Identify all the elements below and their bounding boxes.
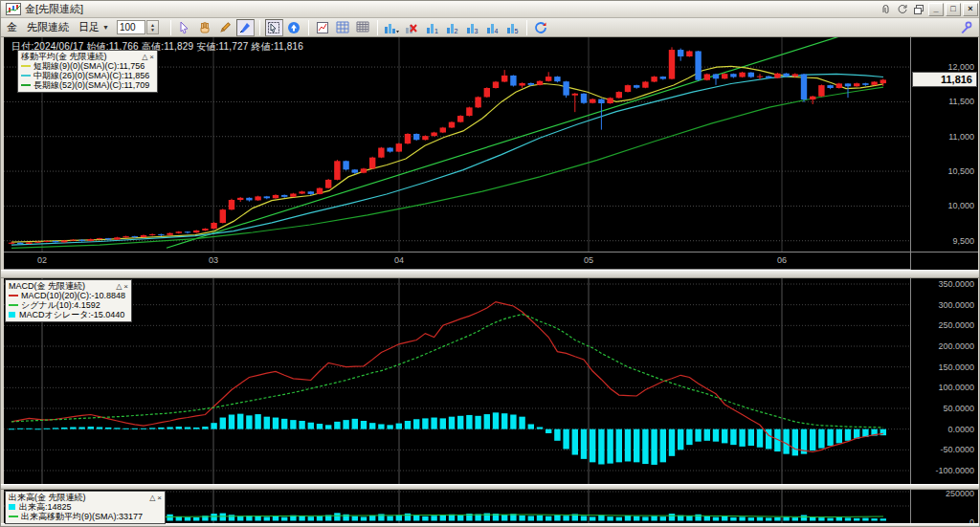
remove-indicator-button[interactable]	[403, 19, 421, 36]
bar-count-input[interactable]: 100	[117, 20, 145, 34]
time-axis-label: 05	[584, 255, 593, 265]
scroll-up-button[interactable]	[285, 19, 303, 36]
crosshair-tool-button[interactable]	[265, 19, 283, 36]
macd-axis-label: 150.0000	[938, 362, 974, 372]
cursor-icon	[178, 21, 191, 34]
volume-legend-title: 出来高(金 先限連続)	[9, 493, 147, 502]
macd-axis[interactable]: 350.0000300.0000250.0000200.0000150.0000…	[910, 278, 978, 484]
hand-tool-button[interactable]	[196, 19, 214, 36]
indicator-preset-2-button[interactable]: 2	[443, 19, 461, 36]
legend-minimize-icon[interactable]: △	[149, 494, 155, 502]
grid-icon	[336, 21, 349, 34]
price-axis-label: 9,500	[952, 236, 974, 246]
price-axis[interactable]: 12,00011,50011,00010,50010,0009,50011,81…	[910, 37, 978, 252]
bar-count-stepper[interactable]: 100 ▲▼	[117, 20, 159, 34]
time-axis[interactable]: 0203040506	[4, 252, 910, 270]
settings-wrench-button[interactable]	[956, 19, 974, 36]
macd-axis-label: 250.0000	[938, 320, 974, 330]
ma52-line	[11, 87, 883, 248]
legend-close-icon[interactable]: ×	[149, 53, 154, 61]
indicator-5-icon: 5	[505, 21, 519, 34]
legend-minimize-icon[interactable]: △	[142, 53, 147, 61]
signal_line	[11, 315, 883, 428]
time-axis-label: 06	[777, 255, 787, 265]
reload-icon[interactable]	[895, 3, 910, 16]
cursor-tool-button[interactable]	[176, 19, 194, 36]
time-axis-label: 04	[394, 255, 404, 265]
macd-axis-label: 200.0000	[938, 341, 974, 351]
macd-histogram	[9, 412, 886, 465]
volume-axis-label: 250000	[946, 489, 974, 498]
legend-minimize-icon[interactable]: △	[116, 282, 122, 291]
cascade-windows-icon[interactable]	[911, 3, 926, 16]
contract-label[interactable]: 先限連続	[27, 20, 69, 34]
macd-axis-label: 350.0000	[938, 279, 974, 289]
chevron-down-icon: ▼	[102, 24, 109, 31]
window-title: 金[先限連続]	[25, 2, 83, 16]
macd-legend[interactable]: MACD(金 先限連続)△× MACD(10)(20)(C):-10.8848 …	[5, 279, 132, 322]
pin-icon[interactable]	[879, 3, 894, 16]
panel-splitter-1[interactable]	[1, 270, 980, 278]
minimize-button[interactable]: _	[928, 3, 944, 16]
signal-legend-row: シグナル(10):4.1592	[21, 300, 100, 310]
price-axis-label: 11,500	[948, 97, 974, 106]
indicator-preset-1-button[interactable]: 1	[423, 19, 441, 36]
bar-chart-icon	[384, 21, 399, 34]
price-axis-label: 11,000	[948, 132, 974, 142]
osc-legend-row: MACDオシレータ:-15.0440	[19, 310, 124, 319]
select-box-icon	[267, 21, 280, 34]
macd-axis-label: 300.0000	[938, 300, 974, 310]
macd-axis-label: 100.0000	[938, 383, 974, 392]
ma26-color-chip	[21, 75, 31, 77]
macd-legend-row: MACD(10)(20)(C):-10.8848	[21, 291, 125, 300]
indicator-preset-3-button[interactable]: 3	[463, 19, 481, 36]
indicator-3-icon: 3	[465, 21, 479, 34]
timeframe-dropdown[interactable]: 日足 ▼	[78, 20, 109, 34]
chart-window-icon	[316, 21, 329, 34]
legend-close-icon[interactable]: ×	[157, 494, 162, 502]
dense-grid-icon	[356, 21, 369, 34]
new-chart-button[interactable]	[314, 19, 332, 36]
pen-tool-button[interactable]	[236, 19, 255, 36]
ma52-color-chip	[21, 84, 31, 86]
toolbar: 金 先限連続 日足 ▼ 100 ▲▼ 1 2 3 4 5	[1, 18, 980, 37]
ma-legend[interactable]: 移動平均(金 先限連続)△× 短期線(9)(0)(SMA)(C):11,756 …	[17, 50, 158, 93]
volume-legend[interactable]: 出来高(金 先限連続)△× 出来高:14825 出来高移動平均(9)(SMA):…	[5, 491, 166, 524]
svg-text:5: 5	[515, 28, 519, 34]
refresh-button[interactable]	[532, 19, 550, 36]
last-price-tag: 11,816	[912, 72, 977, 87]
svg-text:1: 1	[434, 28, 438, 34]
ma9-color-chip	[21, 65, 31, 67]
stepper-arrows-icon[interactable]: ▲▼	[146, 20, 159, 34]
price-axis-label: 10,000	[947, 201, 974, 210]
wrench-icon	[959, 21, 972, 34]
indicator-preset-5-button[interactable]: 5	[503, 19, 522, 36]
chart-window: 金[先限連続] _ □ × 金 先限連続 日足 ▼ 100 ▲▼	[0, 0, 980, 527]
macd-axis-label: -50.0000	[940, 445, 974, 454]
maximize-button[interactable]: □	[946, 3, 961, 16]
macd-axis-label: 0.0000	[947, 425, 974, 434]
svg-text:4: 4	[495, 28, 499, 34]
macd-chart[interactable]	[4, 278, 910, 484]
multi-grid-button[interactable]	[354, 19, 372, 36]
volume-axis[interactable]: 2500000	[910, 490, 978, 523]
instrument-label[interactable]: 金	[7, 20, 17, 34]
indicator-4-icon: 4	[485, 21, 499, 34]
ma9-legend-row: 短期線(9)(0)(SMA)(C):11,756	[33, 61, 145, 71]
time-axis-label: 02	[37, 255, 47, 265]
pencil-tool-button[interactable]	[216, 19, 234, 36]
ma26-legend-row: 中期線(26)(0)(SMA)(C):11,856	[33, 71, 149, 80]
grid-button[interactable]	[334, 19, 352, 36]
legend-close-icon[interactable]: ×	[123, 282, 128, 291]
close-button[interactable]: ×	[963, 3, 978, 16]
price-axis-label: 10,500	[947, 166, 974, 176]
time-axis-label: 03	[209, 255, 218, 265]
bar-style-dropdown[interactable]	[383, 19, 401, 36]
indicator-preset-4-button[interactable]: 4	[483, 19, 501, 36]
hand-icon	[198, 21, 212, 34]
volume-ma-legend-row: 出来高移動平均(9)(SMA):33177	[21, 512, 143, 521]
macd-panel[interactable]	[4, 278, 910, 484]
ma52-legend-row: 長期線(52)(0)(SMA)(C):11,709	[33, 80, 149, 90]
title-bar[interactable]: 金[先限連続] _ □ ×	[1, 1, 980, 18]
macd-axis-label: -100.0000	[935, 466, 974, 475]
